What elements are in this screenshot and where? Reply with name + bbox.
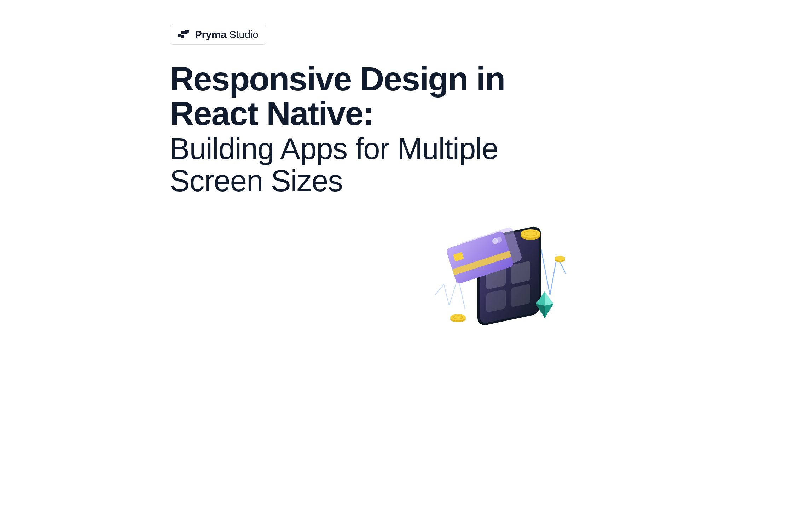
- hero-card: Pryma Studio Responsive Design in React …: [103, 14, 594, 339]
- coin-icon: [521, 229, 540, 240]
- svg-point-16: [521, 229, 540, 238]
- brand-name-strong: Pryma: [195, 29, 226, 40]
- svg-rect-1: [181, 35, 184, 38]
- headline-light: Building Apps for Multiple Screen Sizes: [170, 132, 562, 198]
- coin-icon: [555, 256, 565, 262]
- brand-name: Pryma Studio: [195, 29, 258, 41]
- pryma-logo-icon: [178, 30, 191, 40]
- brand-badge: Pryma Studio: [170, 25, 266, 45]
- svg-point-21: [450, 314, 466, 320]
- svg-rect-7: [486, 289, 506, 313]
- svg-marker-26: [545, 304, 553, 318]
- svg-rect-0: [178, 34, 181, 37]
- svg-point-19: [555, 256, 565, 261]
- brand-name-light: Studio: [226, 29, 258, 40]
- svg-rect-8: [511, 284, 530, 307]
- headline: Responsive Design in React Native: Build…: [170, 62, 562, 197]
- headline-strong: Responsive Design in React Native:: [170, 62, 562, 131]
- phone-finance-illustration: [424, 224, 573, 330]
- coin-icon: [450, 314, 466, 322]
- svg-rect-6: [511, 261, 530, 284]
- svg-marker-24: [545, 292, 553, 306]
